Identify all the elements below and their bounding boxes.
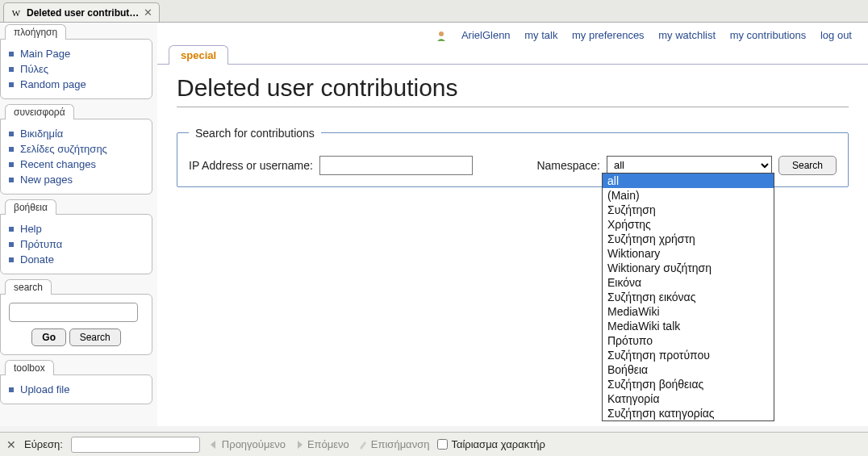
portlet-navigation: πλοήγηση Main Page Πύλες Random page [0,24,152,99]
browser-tab-bar: W Deleted user contribut… ✕ [0,0,868,23]
nav-item[interactable]: Random page [9,77,147,92]
namespace-select[interactable]: all [607,156,772,175]
page-title: Deleted user contributions [177,74,849,107]
user-link-talk[interactable]: my talk [524,29,557,41]
portlet-help: βοήθεια Help Πρότυπα Donate [0,199,152,274]
svg-point-0 [439,31,444,36]
find-prev-button[interactable]: Προηγούμενο [208,438,286,450]
namespace-option[interactable]: Συζήτηση εικόνας [603,290,774,304]
namespace-option[interactable]: all [603,174,774,188]
search-submit-button[interactable]: Search [778,156,837,175]
user-icon [436,31,447,42]
nav-item[interactable]: Σελίδες συζήτησης [9,141,147,157]
arrow-right-icon [294,439,305,450]
find-highlight-button[interactable]: Επισήμανση [357,438,430,450]
ip-username-input[interactable] [319,156,473,175]
ip-username-label: IP Address or username: [189,159,313,172]
search-button[interactable]: Search [69,328,121,346]
portlet-contribute: συνεισφορά Βικιδημία Σελίδες συζήτησης R… [0,104,152,195]
namespace-option[interactable]: Χρήστης [603,217,774,232]
go-button[interactable]: Go [31,328,66,346]
portlet-header: toolbox [5,360,54,375]
namespace-option[interactable]: (Main) [603,188,774,203]
namespace-option[interactable]: Wiktionary [603,246,774,261]
portlet-header: search [5,279,52,295]
portlet-toolbox: toolbox Upload file [0,360,152,404]
nav-item[interactable]: Donate [9,252,147,267]
sidebar: πλοήγηση Main Page Πύλες Random page συν… [0,23,157,426]
namespace-option[interactable]: Συζήτηση κατηγορίας [603,406,774,420]
namespace-option[interactable]: Συζήτηση προτύπου [603,348,774,362]
nav-item[interactable]: Πύλες [9,61,147,77]
nav-item[interactable]: Πρότυπα [9,236,147,252]
user-links: ArielGlenn my talk my preferences my wat… [157,23,868,45]
namespace-option[interactable]: Κατηγορία [603,391,774,406]
content-tabs: special [169,45,868,65]
user-link-preferences[interactable]: my preferences [572,29,645,41]
nav-item[interactable]: Βικιδημία [9,126,147,141]
namespace-option[interactable]: MediaWiki [603,304,774,319]
user-link-watchlist[interactable]: my watchlist [658,29,716,41]
highlight-icon [357,439,369,450]
find-bar: ✕ Εύρεση: Προηγούμενο Επόμενο Επισήμανση… [0,432,868,456]
arrow-left-icon [208,439,219,450]
namespace-option[interactable]: Εικόνα [603,275,774,290]
nav-item[interactable]: Recent changes [9,157,147,172]
namespace-option[interactable]: Πρότυπο [603,333,774,348]
portlet-search: search Go Search [0,279,152,355]
namespace-option[interactable]: Συζήτηση βοήθειας [603,377,774,391]
namespace-label: Namespace: [536,159,600,172]
find-label: Εύρεση: [24,438,63,450]
browser-tab[interactable]: W Deleted user contribut… ✕ [3,2,160,22]
tab-title: Deleted user contribut… [27,7,139,19]
namespace-option[interactable]: Wiktionary συζήτηση [603,261,774,275]
close-tab-icon[interactable]: ✕ [144,6,152,19]
sidebar-search-input[interactable] [9,303,138,322]
nav-item[interactable]: Help [9,221,147,236]
nav-item[interactable]: Upload file [9,382,147,397]
match-case-input[interactable] [437,439,448,450]
namespace-option[interactable]: Συζήτηση [603,203,774,217]
nav-item[interactable]: Main Page [9,46,147,61]
wikipedia-icon: W [10,7,22,19]
find-input[interactable] [71,437,200,453]
user-link-contributions[interactable]: my contributions [730,29,807,41]
namespace-option[interactable]: Συζήτηση χρήστη [603,232,774,246]
portlet-header: βοήθεια [5,199,56,215]
find-next-button[interactable]: Επόμενο [294,438,349,450]
tab-special[interactable]: special [169,45,228,65]
match-case-checkbox[interactable]: Ταίριασμα χαρακτήρ [437,438,545,450]
user-link-username[interactable]: ArielGlenn [461,29,511,41]
nav-item[interactable]: New pages [9,172,147,187]
portlet-header: συνεισφορά [5,104,74,119]
form-legend: Search for contributions [189,127,321,140]
namespace-option[interactable]: Βοήθεια [603,362,774,377]
user-link-logout[interactable]: log out [820,29,852,41]
namespace-option[interactable]: MediaWiki talk [603,319,774,333]
namespace-dropdown-list: all (Main) Συζήτηση Χρήστης Συζήτηση χρή… [602,173,774,421]
close-find-icon[interactable]: ✕ [6,438,16,451]
portlet-header: πλοήγηση [5,24,66,40]
